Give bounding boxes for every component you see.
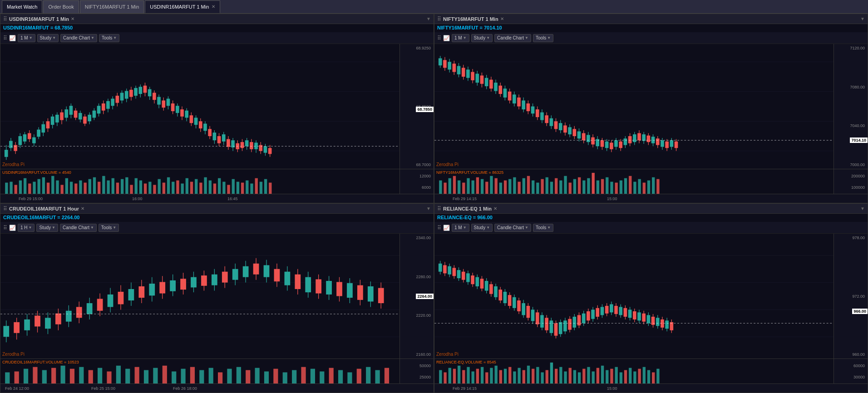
svg-rect-491 [489, 284, 493, 294]
study-btn-4[interactable]: Study ▼ [471, 224, 493, 232]
panel-nifty-price: NIFTY16MARFUT = 7014.10 [434, 24, 868, 32]
tools-btn[interactable]: Tools ▼ [99, 34, 119, 42]
tools-btn-3[interactable]: Tools ▼ [99, 224, 119, 232]
svg-rect-239 [559, 123, 562, 130]
toolbar-chart-icon[interactable]: 📈 [9, 35, 16, 41]
svg-rect-547 [619, 307, 622, 315]
toolbar-drag-icon-4[interactable]: ⠿ [437, 225, 441, 231]
svg-rect-265 [619, 142, 622, 148]
svg-rect-337 [647, 181, 650, 194]
panel-reliance-candles[interactable]: Zerodha Pi [434, 234, 833, 359]
candle-chart-btn-2[interactable]: Candle Chart ▼ [494, 34, 531, 42]
svg-rect-143 [98, 182, 100, 194]
toolbar-drag-icon-2[interactable]: ⠿ [437, 35, 441, 41]
svg-rect-173 [237, 182, 239, 194]
svg-rect-38 [79, 113, 82, 119]
toolbar-chart-icon-4[interactable]: 📈 [443, 225, 450, 231]
panel-reliance-close[interactable]: ✕ [493, 206, 497, 211]
svg-rect-141 [89, 179, 91, 194]
panel-nifty-close[interactable]: ✕ [500, 16, 504, 21]
timeframe-btn-3[interactable]: 1 H ▼ [18, 224, 35, 232]
svg-rect-509 [531, 309, 535, 321]
svg-rect-289 [675, 142, 678, 148]
svg-rect-251 [587, 135, 590, 142]
candle-chart-btn[interactable]: Candle Chart ▼ [60, 34, 97, 42]
tools-btn-4[interactable]: Tools ▼ [533, 224, 553, 232]
panel-nifty-drag-icon[interactable]: ⠿ [437, 16, 441, 22]
svg-rect-227 [531, 107, 535, 114]
panel-crudeoil-drag-icon[interactable]: ⠿ [3, 206, 7, 212]
svg-rect-292 [439, 181, 442, 194]
svg-rect-176 [250, 183, 253, 194]
svg-rect-561 [651, 317, 655, 325]
svg-rect-487 [480, 279, 484, 289]
panel-crudeoil-close[interactable]: ✕ [81, 206, 84, 211]
svg-rect-209 [489, 80, 493, 89]
svg-rect-100 [222, 134, 226, 142]
svg-rect-581 [481, 367, 483, 383]
tab-nifty[interactable]: NIFTY16MARFUT 1 Min [80, 0, 144, 13]
timeframe-btn-2[interactable]: 1 M ▼ [452, 34, 469, 42]
panel-nifty-expand[interactable]: ▼ [860, 16, 865, 21]
svg-rect-580 [476, 369, 479, 383]
timeframe-btn-4[interactable]: 1 M ▼ [452, 224, 469, 232]
svg-rect-62 [134, 88, 138, 96]
tools-btn-2[interactable]: Tools ▼ [533, 34, 553, 42]
price-tick-n1: 7120.00 [835, 46, 867, 50]
svg-rect-404 [305, 277, 311, 292]
timeframe-arrow-2: ▼ [463, 36, 467, 40]
svg-rect-456 [329, 368, 334, 383]
svg-rect-608 [606, 370, 608, 383]
timeframe-btn[interactable]: 1 M ▼ [18, 34, 35, 42]
svg-rect-34 [69, 106, 73, 115]
svg-rect-243 [568, 127, 572, 134]
panel-reliance-expand[interactable]: ▼ [860, 206, 865, 211]
panel-crudeoil-expand[interactable]: ▼ [426, 206, 431, 211]
svg-rect-159 [172, 182, 174, 194]
svg-rect-321 [573, 179, 576, 194]
svg-rect-70 [153, 93, 156, 100]
tab-market-watch[interactable]: Market Watch [2, 0, 42, 13]
svg-rect-172 [232, 179, 235, 194]
candle-chart-btn-4[interactable]: Candle Chart ▼ [494, 224, 531, 232]
timeframe-arrow-3: ▼ [29, 226, 32, 230]
tab-usdinr[interactable]: USDINR16MARFUT 1 Min ✕ [145, 0, 220, 13]
toolbar-drag-icon[interactable]: ⠿ [3, 35, 7, 41]
panel-crudeoil-candles[interactable]: Zerodha Pi [0, 234, 399, 359]
svg-rect-605 [592, 371, 595, 383]
svg-rect-543 [610, 304, 613, 312]
panel-usdinr-expand[interactable]: ▼ [426, 16, 431, 21]
panel-usdinr-close[interactable]: ✕ [71, 16, 74, 21]
toolbar-drag-icon-3[interactable]: ⠿ [3, 225, 7, 231]
svg-rect-318 [559, 181, 562, 194]
tab-close-icon[interactable]: ✕ [212, 4, 215, 9]
svg-rect-501 [513, 297, 516, 308]
panel-usdinr-candles[interactable]: Zerodha Pi [0, 44, 399, 169]
svg-rect-120 [268, 148, 272, 154]
toolbar-chart-icon-2[interactable]: 📈 [443, 35, 450, 41]
svg-rect-440 [181, 369, 185, 383]
panel-usdinr-drag-icon[interactable]: ⠿ [3, 16, 7, 22]
panel-nifty-candles[interactable]: Zerodha Pi [434, 44, 833, 169]
study-btn-2[interactable]: Study ▼ [471, 34, 493, 42]
svg-rect-16 [28, 133, 31, 139]
svg-rect-327 [601, 179, 604, 194]
svg-rect-275 [642, 134, 646, 141]
panel-crudeoil-volume: CRUDEOIL16MARFUT.VOLUME = 10523 [0, 359, 399, 383]
svg-rect-112 [250, 142, 253, 149]
panel-nifty-titlebar: ⠿ NIFTY16MARFUT 1 Min ✕ ▼ [434, 14, 868, 24]
panel-reliance-drag-icon[interactable]: ⠿ [437, 206, 441, 212]
svg-rect-201 [471, 72, 474, 80]
svg-rect-76 [167, 98, 170, 106]
toolbar-chart-icon-3[interactable]: 📈 [9, 225, 16, 231]
svg-rect-147 [116, 182, 119, 194]
study-btn[interactable]: Study ▼ [37, 34, 59, 42]
svg-rect-307 [508, 179, 511, 194]
svg-rect-533 [587, 311, 590, 320]
svg-rect-177 [255, 178, 258, 194]
candle-chart-btn-3[interactable]: Candle Chart ▼ [60, 224, 97, 232]
study-btn-3[interactable]: Study ▼ [36, 224, 58, 232]
tab-order-book[interactable]: Order Book [43, 0, 79, 13]
svg-rect-596 [550, 363, 553, 383]
svg-rect-435 [135, 367, 139, 383]
